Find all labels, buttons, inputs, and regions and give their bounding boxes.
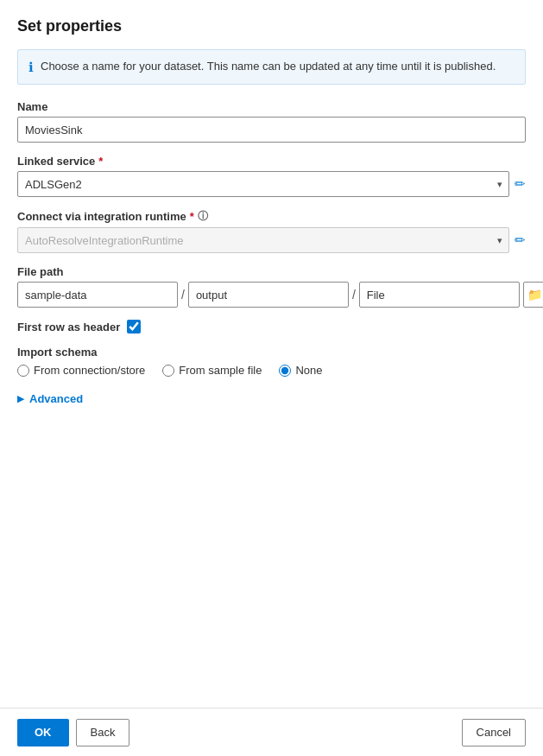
integration-runtime-edit-icon[interactable]: ✏: [515, 232, 526, 248]
cancel-button[interactable]: Cancel: [462, 719, 526, 746]
radio-option-none[interactable]: None: [279, 364, 322, 377]
radio-from-connection[interactable]: [17, 365, 29, 377]
integration-runtime-info-icon[interactable]: ⓘ: [198, 209, 208, 224]
integration-runtime-wrapper: AutoResolveIntegrationRuntime ▾ ✏: [17, 227, 526, 253]
file-path-label: File path: [17, 265, 526, 278]
browse-folder-button[interactable]: 📁: [523, 282, 543, 308]
folder-icon: 📁: [527, 288, 542, 302]
info-icon: ℹ: [28, 60, 34, 75]
ok-button[interactable]: OK: [17, 719, 69, 746]
file-path-field-group: File path / / 📁 ▾: [17, 265, 526, 308]
advanced-section[interactable]: ▶ Advanced: [17, 392, 526, 405]
linked-service-required: *: [98, 155, 103, 168]
path-separator-1: /: [181, 288, 185, 302]
integration-runtime-field-group: Connect via integration runtime * ⓘ Auto…: [17, 209, 526, 253]
page-title: Set properties: [17, 17, 526, 35]
radio-none[interactable]: [279, 365, 291, 377]
radio-from-connection-label: From connection/store: [34, 364, 145, 377]
footer: OK Back Cancel: [0, 708, 543, 756]
first-row-header-group: First row as header: [17, 320, 526, 334]
first-row-header-checkbox[interactable]: [127, 320, 141, 334]
radio-option-from-sample[interactable]: From sample file: [162, 364, 262, 377]
info-banner: ℹ Choose a name for your dataset. This n…: [17, 49, 526, 85]
integration-runtime-label: Connect via integration runtime * ⓘ: [17, 209, 526, 224]
path-separator-2: /: [352, 288, 356, 302]
file-path-input-2[interactable]: [188, 282, 349, 308]
import-schema-group: Import schema From connection/store From…: [17, 346, 526, 377]
linked-service-select-container: ADLSGen2 ▾: [17, 171, 509, 197]
radio-none-label: None: [295, 364, 322, 377]
linked-service-edit-icon[interactable]: ✏: [515, 176, 526, 192]
name-input[interactable]: [17, 117, 526, 143]
name-field-group: Name: [17, 100, 526, 143]
linked-service-field-group: Linked service * ADLSGen2 ▾ ✏: [17, 155, 526, 197]
linked-service-wrapper: ADLSGen2 ▾ ✏: [17, 171, 526, 197]
back-button[interactable]: Back: [76, 719, 130, 746]
radio-from-sample[interactable]: [162, 365, 174, 377]
integration-runtime-required: *: [190, 210, 194, 223]
set-properties-panel: Set properties ℹ Choose a name for your …: [0, 0, 543, 756]
linked-service-select[interactable]: ADLSGen2: [17, 171, 509, 197]
advanced-chevron-icon: ▶: [17, 393, 24, 404]
radio-from-sample-label: From sample file: [179, 364, 262, 377]
radio-option-from-connection[interactable]: From connection/store: [17, 364, 145, 377]
info-banner-text: Choose a name for your dataset. This nam…: [41, 59, 496, 74]
import-schema-label: Import schema: [17, 346, 526, 359]
advanced-label: Advanced: [29, 392, 83, 405]
file-path-row: / / 📁 ▾: [17, 282, 526, 308]
import-schema-options: From connection/store From sample file N…: [17, 364, 526, 377]
file-path-input-3[interactable]: [359, 282, 520, 308]
name-label: Name: [17, 100, 526, 113]
file-path-input-1[interactable]: [17, 282, 178, 308]
linked-service-label: Linked service *: [17, 155, 526, 168]
integration-runtime-select-container: AutoResolveIntegrationRuntime ▾: [17, 227, 509, 253]
first-row-header-label: First row as header: [17, 321, 120, 334]
integration-runtime-select[interactable]: AutoResolveIntegrationRuntime: [17, 227, 509, 253]
